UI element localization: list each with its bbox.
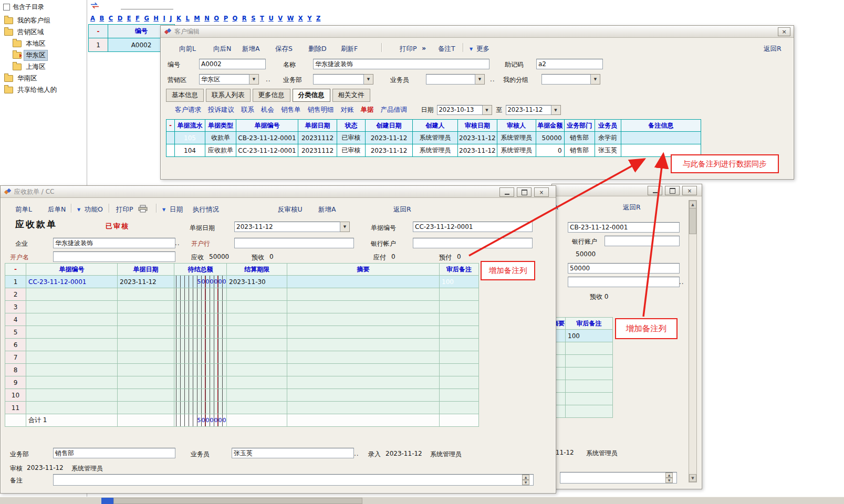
row-number-cell[interactable]: 6	[5, 339, 26, 351]
subtab-documents[interactable]: 单据	[361, 106, 374, 114]
amount-cell[interactable]	[174, 301, 227, 313]
detail-row[interactable]: 100	[553, 330, 613, 342]
toolbar-print-button[interactable]: 打印P	[400, 45, 417, 54]
maximize-button[interactable]	[517, 187, 532, 197]
doc-date-cell[interactable]	[118, 364, 174, 376]
maximize-button[interactable]	[665, 186, 680, 195]
customer-window-titlebar[interactable]: 客户编辑 ×	[161, 26, 794, 38]
receipt-window-titlebar[interactable]: ×	[552, 184, 702, 196]
doc-date-cell[interactable]	[118, 376, 174, 389]
doc-no-cell[interactable]	[26, 364, 118, 376]
bank-input[interactable]	[234, 238, 354, 248]
summary-cell[interactable]	[287, 301, 440, 313]
detail-row[interactable]: 10	[5, 389, 479, 402]
mnemonic-input[interactable]: a2	[536, 59, 603, 69]
detail-col-header[interactable]: 待结总额	[174, 264, 227, 276]
spinner-down-icon[interactable]: ▼	[522, 480, 529, 485]
toolbar-next-doc-button[interactable]: 后单N	[48, 205, 66, 214]
summary-cell[interactable]	[287, 389, 440, 402]
doc-table-row[interactable]: 105收款单CB-23-11-12-000120231112已审核2023-11…	[166, 132, 701, 144]
subtab-requests[interactable]: 客户请求	[175, 106, 201, 114]
post-audit-remark-col-header[interactable]: 审后备注	[566, 318, 613, 330]
amount-cell[interactable]: 5000000	[174, 414, 227, 427]
close-icon[interactable]: ×	[682, 186, 697, 195]
amount-cell[interactable]	[174, 376, 227, 389]
subtab-contact[interactable]: 联系	[241, 106, 254, 114]
close-icon[interactable]: ×	[778, 27, 790, 36]
include-subdir-option[interactable]: 包含子目录	[0, 0, 87, 12]
summary-cell[interactable]	[287, 351, 440, 364]
post-audit-remark-cell[interactable]	[566, 380, 613, 393]
deadline-cell[interactable]: 2023-11-30	[227, 276, 287, 288]
detail-row[interactable]	[553, 380, 613, 393]
detail-row[interactable]: 4	[5, 313, 479, 326]
post-audit-remark-cell[interactable]	[440, 376, 479, 389]
amount-cell[interactable]	[174, 389, 227, 402]
doc-date-cell[interactable]	[118, 402, 174, 414]
doc-no-cell[interactable]	[26, 339, 118, 351]
toolbar-save-button[interactable]: 保存S	[275, 45, 293, 54]
doc-table-cell[interactable]: 收款单	[205, 132, 236, 144]
doc-no-input[interactable]: CB-23-11-12-0001	[568, 222, 680, 233]
detail-col-header[interactable]: 单据日期	[118, 264, 174, 276]
amount-cell[interactable]	[174, 351, 227, 364]
detail-row[interactable]: 7	[5, 351, 479, 364]
deadline-cell[interactable]	[227, 339, 287, 351]
doc-date-cell[interactable]	[118, 389, 174, 402]
doc-table-cell[interactable]: 已审核	[337, 144, 366, 157]
alphabet-letter-Z[interactable]: Z	[316, 15, 320, 22]
sidebar-item-0[interactable]: 我的客户组	[0, 15, 87, 26]
chevron-down-icon[interactable]: ▼	[475, 74, 485, 85]
toolbar-unaudit-button[interactable]: 反审核U	[278, 205, 303, 214]
alphabet-letter-V[interactable]: V	[278, 15, 283, 22]
detail-col-header[interactable]: 单据编号	[26, 264, 118, 276]
mini-col-select[interactable]: -	[89, 25, 108, 38]
doc-no-cell[interactable]	[26, 288, 118, 301]
toolbar-prev-doc-button[interactable]: 前单L	[15, 205, 32, 214]
doc-table-cell[interactable]: 销售部	[564, 132, 595, 144]
toolbar-date-button[interactable]: 日期	[170, 205, 183, 214]
toolbar-next-button[interactable]: 向后N	[213, 45, 231, 54]
row-number-cell[interactable]: 10	[5, 389, 26, 402]
doc-table-cell[interactable]: 销售部	[564, 144, 595, 157]
summary-cell[interactable]	[287, 326, 440, 339]
calendar-dropdown-icon[interactable]: ▼	[340, 222, 350, 232]
detail-row[interactable]: 5	[5, 326, 479, 339]
doc-no-cell[interactable]	[26, 351, 118, 364]
deadline-cell[interactable]	[227, 288, 287, 301]
sidebar-item-3[interactable]: 华东区	[0, 49, 87, 61]
salesman-select[interactable]: ▼	[426, 74, 485, 85]
toolbar-execution-button[interactable]: 执行情况	[193, 205, 219, 214]
detail-row[interactable]	[553, 368, 613, 380]
tab-more-info[interactable]: 更多信息	[253, 89, 290, 102]
ellipsis-button[interactable]: ..	[490, 76, 495, 83]
post-audit-remark-cell[interactable]	[566, 405, 613, 418]
doc-table-cell[interactable]	[166, 144, 175, 157]
doc-table-col-header[interactable]: 审核日期	[458, 120, 497, 132]
summary-cell[interactable]	[287, 364, 440, 376]
doc-no-cell[interactable]	[26, 402, 118, 414]
alphabet-letter-L[interactable]: L	[185, 15, 189, 22]
detail-col-header[interactable]: 结算期限	[227, 264, 287, 276]
subtab-reconciliation[interactable]: 对账	[341, 106, 354, 114]
post-audit-remark-cell[interactable]	[566, 393, 613, 405]
group-select[interactable]: ▼	[541, 74, 600, 85]
post-audit-remark-cell[interactable]	[440, 389, 479, 402]
tab-classification[interactable]: 分类信息	[293, 89, 330, 102]
post-audit-remark-cell[interactable]	[566, 355, 613, 368]
spinner-up-icon[interactable]: ▲	[522, 475, 529, 480]
scrollbar-button[interactable]	[101, 498, 113, 504]
alphabet-letter-B[interactable]: B	[99, 15, 104, 22]
date-from-picker[interactable]: 2023-10-13▼	[437, 105, 492, 115]
ellipsis-button[interactable]: ..	[679, 278, 684, 286]
alphabet-letter-R[interactable]: R	[242, 15, 247, 22]
doc-date-cell[interactable]	[118, 301, 174, 313]
doc-table-cell[interactable]: 20231112	[298, 144, 337, 157]
doc-table-cell[interactable]: 系统管理员	[413, 144, 458, 157]
alphabet-letter-I[interactable]: I	[163, 15, 165, 22]
alphabet-letter-A[interactable]: A	[90, 15, 95, 22]
row-number-cell[interactable]: 8	[5, 364, 26, 376]
detail-row[interactable]	[553, 355, 613, 368]
toolbar-print-button[interactable]: 打印P	[116, 205, 133, 214]
detail-col-header[interactable]: 审后备注	[440, 264, 479, 276]
